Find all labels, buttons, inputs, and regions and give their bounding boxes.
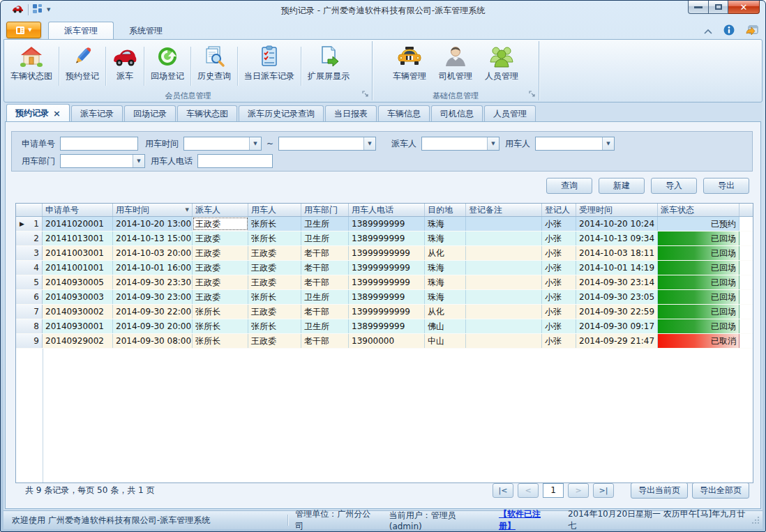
grid-header-order[interactable]: 申请单号 — [43, 204, 113, 216]
cell-dispatcher[interactable]: 王政委 — [193, 261, 248, 275]
cell-user[interactable]: 王政委 — [248, 275, 301, 289]
cell-use_time[interactable]: 2014-10-01 16:00 — [113, 261, 193, 275]
table-row[interactable]: 7201409300022014-09-30 22:00张所长王政委老干部139… — [16, 305, 753, 319]
sort-arrow-icon[interactable]: ▼ — [186, 207, 189, 213]
cell-registrar[interactable]: 小张 — [542, 319, 576, 333]
tab-close-icon[interactable]: × — [53, 109, 61, 118]
grid-header-status[interactable]: 派车状态 — [658, 204, 739, 216]
cell-use_time[interactable]: 2014-09-30 08:00 — [113, 334, 193, 348]
cell-order[interactable]: 20140929002 — [43, 334, 113, 348]
cell-order[interactable]: 20140930005 — [43, 275, 113, 289]
cell-dispatcher[interactable]: 王政委 — [193, 246, 248, 260]
cell-status[interactable]: 已回场 — [658, 305, 739, 319]
cell-accept_time[interactable]: 2014-09-30 23:05 — [576, 290, 658, 304]
cell-dept[interactable]: 老干部 — [301, 305, 349, 319]
prev-page-button[interactable]: < — [518, 483, 539, 498]
cell-user[interactable]: 张所长 — [248, 231, 301, 245]
cell-dest[interactable]: 从化 — [425, 246, 466, 260]
cell-order[interactable]: 20141013001 — [43, 231, 113, 245]
use-time-from-combo[interactable]: ▼ — [183, 137, 262, 151]
cell-remark[interactable] — [466, 305, 542, 319]
cell-phone[interactable]: 13999999999 — [349, 275, 425, 289]
cell-status[interactable]: 已取消 — [658, 334, 739, 348]
cell-dispatcher[interactable]: 张所长 — [193, 305, 248, 319]
cell-user[interactable]: 张所长 — [248, 290, 301, 304]
grid-header-user[interactable]: 用车人 — [248, 204, 301, 216]
doc-tab-9[interactable]: 人员管理 — [484, 105, 536, 121]
table-row[interactable]: 9201409290022014-09-30 08:00张所长王政委老干部139… — [16, 334, 753, 349]
cell-accept_time[interactable]: 2014-09-29 21:47 — [576, 334, 658, 348]
cell-order[interactable]: 20140930001 — [43, 319, 113, 333]
cell-dest[interactable]: 珠海 — [425, 275, 466, 289]
cell-dest[interactable]: 珠海 — [425, 231, 466, 245]
cell-dept[interactable]: 老干部 — [301, 334, 349, 348]
cell-dept[interactable]: 卫生所 — [301, 231, 349, 245]
cell-status[interactable]: 已回场 — [658, 246, 739, 260]
cell-accept_time[interactable]: 2014-10-03 18:11 — [576, 246, 658, 260]
switch-window-icon[interactable] — [746, 24, 758, 38]
import-button[interactable]: 导入 — [651, 178, 697, 194]
cell-phone[interactable]: 13999999999 — [349, 305, 425, 319]
cell-remark[interactable] — [466, 290, 542, 304]
doc-tab-3[interactable]: 回场记录 — [124, 105, 176, 121]
row-indicator[interactable]: 7 — [16, 305, 43, 319]
row-indicator[interactable]: 9 — [16, 334, 43, 348]
cell-accept_time[interactable]: 2014-10-20 10:24 — [576, 217, 658, 231]
cell-order[interactable]: 20141003001 — [43, 246, 113, 260]
cell-registrar[interactable]: 小张 — [542, 334, 576, 348]
cell-accept_time[interactable]: 2014-10-13 09:34 — [576, 231, 658, 245]
cell-user[interactable]: 王政委 — [248, 261, 301, 275]
cell-registrar[interactable]: 小张 — [542, 231, 576, 245]
dispatch-button[interactable]: 派车 — [106, 43, 144, 90]
cell-dest[interactable]: 佛山 — [425, 319, 466, 333]
doc-tab-5[interactable]: 派车历史记录查询 — [239, 105, 324, 121]
minimize-button[interactable] — [688, 1, 709, 14]
cell-remark[interactable] — [466, 246, 542, 260]
page-number-input[interactable]: 1 — [543, 483, 564, 498]
cell-registrar[interactable]: 小张 — [542, 305, 576, 319]
doc-tab-7[interactable]: 车辆信息 — [378, 105, 430, 121]
vehicle-status-map-button[interactable]: 车辆状态图 — [4, 43, 59, 90]
cell-use_time[interactable]: 2014-09-30 23:00 — [113, 290, 193, 304]
vehicle-manage-button[interactable]: 车辆管理 — [386, 43, 433, 90]
cell-phone[interactable]: 1389999999 — [349, 290, 425, 304]
dialog-launcher-icon[interactable] — [362, 91, 369, 100]
cell-use_time[interactable]: 2014-10-13 15:00 — [113, 231, 193, 245]
cell-accept_time[interactable]: 2014-10-01 14:19 — [576, 261, 658, 275]
grid-header-phone[interactable]: 用车人电话 — [349, 204, 425, 216]
phone-input[interactable] — [197, 154, 273, 168]
cell-use_time[interactable]: 2014-10-03 20:00 — [113, 246, 193, 260]
export-current-page-button[interactable]: 导出当前页 — [631, 482, 688, 499]
car-user-combo[interactable]: ▼ — [535, 137, 615, 151]
last-page-button[interactable]: >| — [593, 483, 614, 498]
combo-arrow-icon[interactable]: ▼ — [363, 137, 375, 150]
new-button[interactable]: 新建 — [599, 178, 645, 194]
row-indicator[interactable]: 2 — [16, 231, 43, 245]
cell-remark[interactable] — [466, 319, 542, 333]
cell-dispatcher[interactable]: 王政委 — [193, 275, 248, 289]
cell-dispatcher[interactable]: 王政委 — [193, 231, 248, 245]
grid-header-dept[interactable]: 用车部门 — [301, 204, 349, 216]
doc-tab-6[interactable]: 当日报表 — [325, 105, 377, 121]
table-row[interactable]: 2201410130012014-10-13 15:00王政委张所长卫生所138… — [16, 231, 753, 246]
grid-header-use_time[interactable]: 用车时间▼ — [113, 204, 193, 216]
cell-remark[interactable] — [466, 261, 542, 275]
cell-dept[interactable]: 卫生所 — [301, 217, 349, 231]
combo-arrow-icon[interactable]: ▼ — [487, 137, 499, 150]
extend-screen-button[interactable]: 扩展屏显示 — [301, 43, 356, 90]
application-menu-button[interactable]: ▼ — [6, 22, 41, 38]
return-register-button[interactable]: 回场登记 — [144, 43, 190, 90]
table-row[interactable]: 4201410010012014-10-01 16:00王政委王政委老干部139… — [16, 261, 753, 275]
table-row[interactable]: 8201409300012014-09-30 20:00张所长张所长卫生所138… — [16, 319, 753, 334]
export-button[interactable]: 导出 — [703, 178, 749, 194]
grid-header-registrar[interactable]: 登记人 — [542, 204, 576, 216]
close-button[interactable]: ✕ — [728, 1, 760, 14]
cell-dest[interactable]: 中山 — [425, 334, 466, 348]
cell-status[interactable]: 已回场 — [658, 231, 739, 245]
combo-arrow-icon[interactable]: ▼ — [249, 137, 261, 150]
cell-dest[interactable]: 从化 — [425, 305, 466, 319]
use-time-to-combo[interactable]: ▼ — [278, 137, 376, 151]
cell-user[interactable]: 王政委 — [248, 334, 301, 348]
cell-user[interactable]: 王政委 — [248, 246, 301, 260]
dialog-launcher-icon[interactable] — [529, 91, 536, 100]
